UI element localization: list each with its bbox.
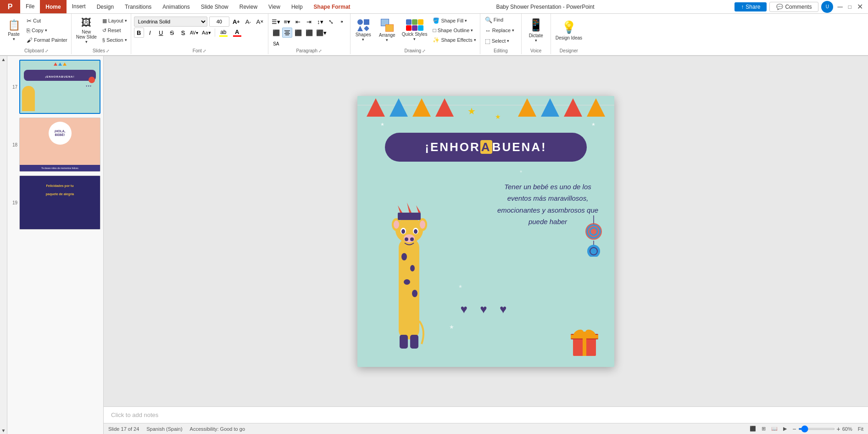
reading-view-button[interactable]: 📖 (771, 426, 778, 432)
close-icon[interactable]: ✕ (856, 2, 864, 11)
drawing-expand-icon[interactable]: ⤢ (422, 49, 426, 53)
svg-point-26 (420, 220, 425, 229)
zoom-level: 60% (842, 426, 852, 432)
find-button[interactable]: 🔍 Find (482, 15, 519, 25)
decrease-font-button[interactable]: A- (243, 17, 253, 27)
reset-icon: ↺ (102, 28, 106, 34)
tab-file[interactable]: File (20, 0, 40, 13)
format-painter-button[interactable]: 🖌 Format Painter (25, 35, 69, 45)
section-button[interactable]: § Section ▾ (100, 35, 129, 45)
slides-expand-icon[interactable]: ⤢ (106, 49, 110, 53)
reset-button[interactable]: ↺ Reset (100, 26, 129, 35)
normal-view-button[interactable]: ⬛ (750, 426, 756, 432)
italic-button[interactable]: I (145, 28, 155, 38)
svg-rect-27 (398, 213, 421, 220)
case-button[interactable]: Aa▾ (200, 28, 213, 38)
tab-insert[interactable]: Insert (67, 0, 91, 13)
justify-button[interactable]: ⬛ (304, 28, 314, 38)
zoom-in-button[interactable]: + (837, 425, 840, 433)
slide-thumbnail-17[interactable]: 17 ¡ENHORABUENA! ♥ ♥ ♥ (10, 60, 100, 114)
tab-help[interactable]: Help (286, 0, 308, 13)
maximize-icon[interactable]: □ (847, 4, 853, 10)
paste-icon: 📋 (8, 19, 20, 31)
dictate-button[interactable]: 📱 Dictate ▾ (523, 16, 549, 45)
font-size-input[interactable] (209, 17, 229, 27)
svg-marker-30 (416, 205, 421, 213)
copy-button[interactable]: ⎘ Copy ▾ (25, 26, 69, 35)
shapes-button[interactable]: Shapes ▾ (352, 16, 374, 45)
highlight-color-button[interactable]: ab (217, 28, 230, 38)
svg-text:★: ★ (467, 106, 476, 116)
shape-outline-button[interactable]: □ Shape Outline ▾ (431, 26, 478, 35)
scroll-up-button[interactable]: ▲ (1, 57, 6, 62)
quick-styles-button[interactable]: Quick Styles ▾ (400, 16, 429, 45)
language-status: Spanish (Spain) (146, 426, 182, 432)
zoom-slider[interactable] (798, 428, 835, 430)
left-scrollbar: ▲ ▼ (0, 56, 7, 434)
align-left-button[interactable]: ⬛ (271, 28, 281, 38)
font-color-button[interactable]: A (231, 28, 244, 38)
replace-button[interactable]: ↔ Replace ▾ (482, 25, 519, 35)
text-direction-button[interactable]: ⤡ (326, 17, 336, 27)
svg-point-21 (412, 290, 417, 297)
slide-sorter-button[interactable]: ⊞ (762, 426, 766, 432)
convert-smartart-button[interactable]: SA (271, 39, 281, 49)
tab-home[interactable]: Home (40, 0, 66, 13)
slide-viewport[interactable]: ★ ★ ★ ★ ¡ENHORABUENA! (104, 56, 868, 406)
underline-button[interactable]: U (156, 28, 166, 38)
smartart-button[interactable]: ⁍ (337, 17, 347, 27)
svg-text:★: ★ (591, 122, 595, 127)
notes-bar[interactable]: Click to add notes (104, 406, 868, 423)
columns-button[interactable]: ⬛▾ (315, 28, 328, 38)
svg-marker-8 (435, 98, 454, 117)
tab-design[interactable]: Design (91, 0, 119, 13)
strikethrough-button[interactable]: S (167, 28, 177, 38)
font-name-select[interactable]: Londrina Solid (134, 17, 207, 27)
slide-thumbnail-19[interactable]: 19 Felicidades por tupaquete de alegría (10, 175, 100, 230)
bullet-list-button[interactable]: ☰▾ (271, 17, 281, 27)
indent-less-button[interactable]: ⇤ (293, 17, 303, 27)
tab-transitions[interactable]: Transitions (119, 0, 157, 13)
user-avatar[interactable]: U (821, 1, 833, 13)
cut-button[interactable]: ✂ Cut (25, 16, 69, 25)
scroll-down-button[interactable]: ▼ (1, 428, 6, 433)
paste-button[interactable]: 📋 Paste ▾ (4, 16, 24, 45)
tab-shape-format[interactable]: Shape Format (308, 0, 356, 13)
shape-effects-button[interactable]: ✨ Shape Effects ▾ (431, 35, 478, 45)
slideshow-button[interactable]: ▶ (783, 426, 787, 432)
layout-button[interactable]: ▦ Layout ▾ (100, 16, 129, 25)
slide-thumbnail-18[interactable]: 18 ¡HOLA,BEBÉ! Te deseo miles de momento… (10, 118, 100, 172)
clear-format-button[interactable]: A✕ (255, 17, 265, 27)
tab-review[interactable]: Review (234, 0, 263, 13)
align-center-button[interactable] (282, 28, 292, 38)
char-spacing-button[interactable]: AV▾ (189, 28, 199, 38)
notes-placeholder: Click to add notes (111, 411, 158, 418)
tab-animations[interactable]: Animations (157, 0, 195, 13)
line-spacing-button[interactable]: ↕▾ (315, 17, 325, 27)
svg-rect-38 (400, 335, 408, 349)
comments-button[interactable]: 💬 Comments (769, 2, 818, 12)
new-slide-button[interactable]: 🖼 New New Slide ▾ (73, 16, 100, 45)
select-button[interactable]: ⬚ Select ▾ (482, 36, 519, 46)
clipboard-expand-icon[interactable]: ⤢ (45, 49, 49, 53)
shape-fill-icon: 🪣 (433, 17, 440, 24)
tab-slideshow[interactable]: Slide Show (195, 0, 234, 13)
increase-font-button[interactable]: A+ (231, 17, 241, 27)
font-expand-icon[interactable]: ⤢ (203, 49, 206, 53)
main-slide[interactable]: ★ ★ ★ ★ ¡ENHORABUENA! (357, 96, 614, 367)
svg-point-24 (394, 220, 399, 229)
design-ideas-button[interactable]: 💡 Design Ideas (553, 16, 585, 45)
number-list-button[interactable]: ≡▾ (282, 17, 292, 27)
bold-button[interactable]: B (134, 28, 144, 38)
arrange-button[interactable]: Arrange ▾ (376, 16, 398, 45)
paragraph-expand-icon[interactable]: ⤢ (318, 49, 322, 53)
share-button[interactable]: ↑ Share (734, 2, 767, 11)
shadow-button[interactable]: S (178, 28, 188, 38)
minimize-icon[interactable]: ─ (836, 3, 844, 11)
tab-view[interactable]: View (263, 0, 286, 13)
shape-fill-button[interactable]: 🪣 Shape Fill ▾ (431, 16, 478, 25)
zoom-out-button[interactable]: − (792, 425, 796, 433)
fit-button[interactable]: Fit (858, 426, 863, 432)
align-right-button[interactable]: ⬛ (293, 28, 303, 38)
indent-more-button[interactable]: ⇥ (304, 17, 314, 27)
